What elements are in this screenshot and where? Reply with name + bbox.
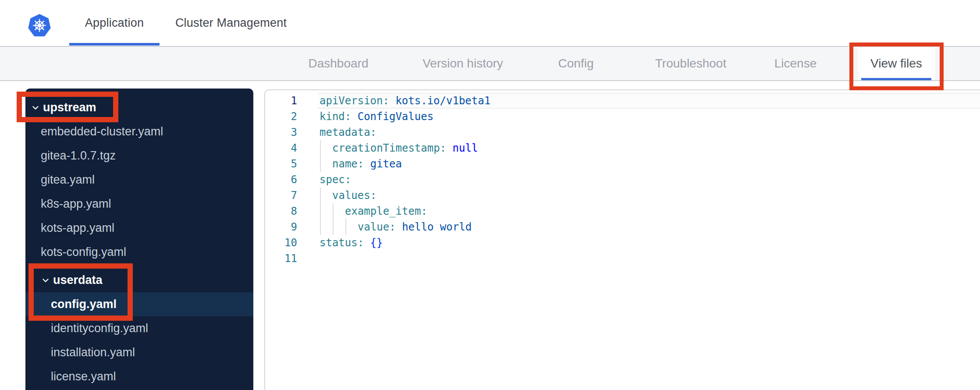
active-tab-underline	[69, 43, 160, 46]
tree-item-label: kots-app.yaml	[41, 221, 114, 235]
tree-file-gitea-yaml[interactable]: gitea.yaml	[25, 168, 253, 192]
app-subnav: DashboardVersion historyConfigTroublesho…	[0, 47, 980, 81]
indent-guide	[320, 203, 321, 219]
yaml-key: example_item:	[345, 205, 427, 217]
line-number: 4	[265, 140, 297, 156]
indent-guide	[320, 188, 321, 203]
tree-file-identityconfig-yaml[interactable]: identityconfig.yaml	[25, 316, 253, 340]
yaml-value: kots.io/v1beta1	[389, 95, 490, 107]
indent-guide	[333, 203, 334, 219]
tree-item-label: userdata	[53, 273, 103, 287]
line-number-gutter[interactable]: 1234567891011	[265, 93, 297, 266]
yaml-key: apiVersion:	[320, 95, 389, 107]
yaml-key: status:	[320, 237, 364, 249]
chevron-down-icon	[31, 103, 41, 113]
line-number: 6	[265, 172, 297, 188]
indent-guide	[320, 140, 321, 156]
yaml-key: spec:	[320, 174, 351, 186]
yaml-key: metadata:	[320, 126, 376, 138]
line-number: 5	[265, 156, 297, 172]
line-number: 2	[265, 109, 297, 124]
tree-file-embedded-cluster-yaml[interactable]: embedded-cluster.yaml	[25, 120, 253, 144]
indent-guide	[320, 219, 321, 235]
code-line-7: values:	[320, 188, 980, 203]
yaml-value: null	[446, 142, 478, 154]
tree-folder-userdata[interactable]: userdata	[25, 268, 253, 292]
tree-file-gitea-1-0-7-tgz[interactable]: gitea-1.0.7.tgz	[25, 144, 253, 168]
app-root: { "header": { "logo": "kubernetes-logo",…	[0, 0, 980, 390]
subnav-tab-troubleshoot[interactable]: Troubleshoot	[655, 47, 726, 80]
subnav-tab-dashboard[interactable]: Dashboard	[309, 47, 369, 80]
kubernetes-logo-icon[interactable]	[28, 14, 51, 37]
top-bar: Application Cluster Management	[0, 0, 980, 47]
tab-cluster-management[interactable]: Cluster Management	[169, 0, 293, 46]
tree-item-label: installation.yaml	[51, 346, 135, 359]
code-line-6: spec:	[320, 172, 980, 188]
yaml-value: ConfigValues	[351, 110, 433, 123]
line-number: 3	[265, 124, 297, 140]
tree-file-kots-config-yaml[interactable]: kots-config.yaml	[25, 240, 253, 264]
yaml-file-viewer[interactable]: 1234567891011 apiVersion: kots.io/v1beta…	[264, 89, 980, 390]
tree-file-kots-app-yaml[interactable]: kots-app.yaml	[25, 216, 253, 240]
tree-folder-upstream[interactable]: upstream	[25, 96, 253, 120]
file-tree-sidebar: upstreamembedded-cluster.yamlgitea-1.0.7…	[25, 89, 253, 390]
yaml-key: name:	[332, 158, 364, 170]
subnav-active-underline	[861, 78, 931, 80]
tree-item-label: gitea.yaml	[41, 173, 95, 187]
tree-item-label: license.yaml	[51, 370, 116, 383]
tree-item-label: embedded-cluster.yaml	[41, 125, 163, 138]
chevron-down-icon	[41, 276, 51, 285]
tree-item-label: upstream	[43, 101, 96, 114]
code-line-5: name: gitea	[320, 156, 980, 172]
tree-item-label: k8s-app.yaml	[41, 197, 111, 211]
code-line-10: status: {}	[320, 235, 980, 251]
yaml-key: value:	[358, 221, 396, 233]
code-line-8: example_item:	[320, 203, 980, 219]
tree-item-label: kots-config.yaml	[41, 245, 126, 259]
tree-item-label: config.yaml	[51, 298, 117, 311]
tree-item-label: gitea-1.0.7.tgz	[41, 149, 116, 163]
tree-file-config-yaml[interactable]: config.yaml	[25, 292, 253, 316]
code-line-4: creationTimestamp: null	[320, 140, 980, 156]
line-number: 7	[265, 188, 297, 203]
tree-file-k8s-app-yaml[interactable]: k8s-app.yaml	[25, 192, 253, 216]
indent-guide	[320, 156, 321, 172]
yaml-key: kind:	[320, 110, 351, 123]
indent-guide	[333, 219, 334, 235]
indent-guide	[345, 219, 346, 235]
line-number: 10	[265, 235, 297, 251]
yaml-key: creationTimestamp:	[332, 142, 446, 154]
yaml-value: gitea	[364, 158, 402, 170]
subnav-tab-license[interactable]: License	[774, 47, 817, 80]
subnav-tab-version-history[interactable]: Version history	[423, 47, 503, 80]
subnav-tab-config[interactable]: Config	[558, 47, 594, 80]
code-line-3: metadata:	[320, 124, 980, 140]
code-line-2: kind: ConfigValues	[320, 109, 980, 124]
tree-item-label: identityconfig.yaml	[51, 322, 148, 335]
code-line-11	[320, 251, 980, 266]
tree-file-installation-yaml[interactable]: installation.yaml	[25, 340, 253, 365]
line-number: 1	[265, 93, 297, 109]
tab-application[interactable]: Application	[69, 0, 160, 46]
code-line-9: value: hello world	[320, 219, 980, 235]
code-content[interactable]: apiVersion: kots.io/v1beta1kind: ConfigV…	[320, 93, 980, 266]
subnav-tab-view-files[interactable]: View files	[870, 47, 922, 80]
yaml-value: {}	[364, 237, 383, 249]
tree-file-license-yaml[interactable]: license.yaml	[25, 365, 253, 389]
yaml-value: hello world	[396, 221, 472, 233]
line-number: 11	[265, 251, 297, 266]
line-number: 9	[265, 219, 297, 235]
yaml-key: values:	[332, 189, 376, 202]
line-number: 8	[265, 203, 297, 219]
code-line-1: apiVersion: kots.io/v1beta1	[320, 93, 980, 109]
